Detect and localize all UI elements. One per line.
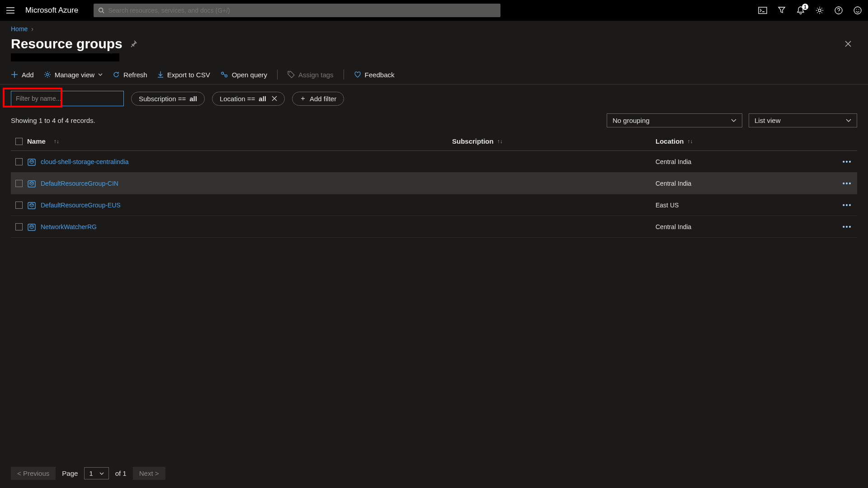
sort-icon: ↑↓ (54, 138, 59, 145)
add-filter-button[interactable]: Add filter (292, 92, 344, 106)
records-row: Showing 1 to 4 of 4 records. No grouping… (0, 111, 868, 132)
gear-icon (44, 71, 51, 78)
resource-group-icon (27, 157, 36, 166)
row-checkbox[interactable] (15, 158, 23, 165)
svg-point-5 (856, 9, 857, 10)
row-checkbox[interactable] (15, 223, 23, 230)
remove-filter-icon[interactable] (272, 96, 277, 101)
command-bar: Add Manage view Refresh Export to CSV Op… (0, 66, 868, 84)
heart-icon (354, 71, 361, 78)
resource-group-icon (27, 222, 36, 231)
select-all-checkbox[interactable] (15, 138, 23, 145)
row-name-link[interactable]: NetworkWatcherRG (41, 223, 97, 230)
row-more-menu[interactable]: ••• (843, 223, 852, 230)
filter-chip-location[interactable]: Location == all (212, 92, 285, 106)
svg-point-6 (859, 9, 859, 10)
export-csv-label: Export to CSV (167, 71, 210, 79)
row-location: Central India (656, 158, 691, 165)
refresh-label: Refresh (123, 71, 147, 79)
refresh-icon (113, 71, 120, 78)
row-location: Central India (656, 223, 691, 230)
assign-tags-label: Assign tags (298, 71, 334, 79)
breadcrumb: Home › (0, 21, 868, 34)
search-icon (98, 7, 104, 14)
chip-value: all (189, 95, 197, 103)
row-name-link[interactable]: DefaultResourceGroup-EUS (41, 202, 121, 209)
feedback-smiley-icon[interactable] (853, 5, 863, 15)
close-icon[interactable] (844, 40, 852, 47)
help-icon[interactable] (834, 5, 844, 15)
manage-view-button[interactable]: Manage view (44, 71, 103, 79)
cloud-shell-icon[interactable] (758, 5, 768, 15)
row-checkbox[interactable] (15, 180, 23, 187)
chip-label: Subscription == (139, 95, 186, 103)
open-query-button[interactable]: Open query (220, 71, 267, 79)
notification-badge: 1 (802, 4, 808, 10)
records-count: Showing 1 to 4 of 4 records. (11, 117, 95, 124)
add-filter-label: Add filter (310, 95, 336, 103)
table-row[interactable]: DefaultResourceGroup-EUS East US ••• (11, 194, 857, 216)
resource-table: Name ↑↓ Subscription ↑↓ Location ↑↓ clou… (0, 132, 868, 238)
toolbar-separator (277, 70, 278, 80)
row-name-link[interactable]: cloud-shell-storage-centralindia (41, 158, 129, 165)
svg-point-7 (46, 74, 48, 76)
add-button[interactable]: Add (11, 71, 34, 79)
row-location: East US (656, 202, 679, 209)
previous-button[interactable]: < Previous (11, 467, 56, 480)
row-location: Central India (656, 180, 691, 187)
column-header-name[interactable]: Name ↑↓ (27, 137, 452, 145)
open-query-label: Open query (232, 71, 267, 79)
search-input[interactable] (108, 7, 496, 14)
chevron-down-icon (98, 73, 103, 76)
export-csv-button[interactable]: Export to CSV (157, 71, 210, 79)
global-search[interactable] (94, 4, 500, 17)
page-value: 1 (89, 469, 93, 477)
manage-view-label: Manage view (55, 71, 94, 79)
breadcrumb-home[interactable]: Home (11, 25, 28, 33)
topbar-icons: 1 (758, 5, 863, 15)
row-checkbox[interactable] (15, 202, 23, 209)
row-more-menu[interactable]: ••• (843, 202, 852, 209)
table-row[interactable]: DefaultResourceGroup-CIN Central India •… (11, 173, 857, 194)
chevron-down-icon (99, 472, 104, 475)
column-header-location[interactable]: Location ↑↓ (656, 137, 837, 145)
hamburger-menu[interactable] (5, 5, 15, 15)
chevron-right-icon: › (31, 25, 33, 33)
view-select[interactable]: List view (749, 113, 857, 127)
sort-icon: ↑↓ (497, 138, 503, 145)
settings-icon[interactable] (815, 5, 825, 15)
annotation-highlight (3, 88, 62, 108)
refresh-button[interactable]: Refresh (113, 71, 147, 79)
next-button[interactable]: Next > (133, 467, 165, 480)
page-label: Page (62, 469, 78, 477)
page-select[interactable]: 1 (84, 467, 108, 479)
filter-chip-subscription[interactable]: Subscription == all (131, 92, 205, 106)
plus-icon (11, 71, 18, 78)
chevron-down-icon (846, 119, 851, 122)
svg-point-10 (289, 72, 290, 73)
row-more-menu[interactable]: ••• (843, 158, 852, 165)
svg-rect-1 (759, 7, 767, 14)
chip-value: all (259, 95, 266, 103)
toolbar-separator (344, 70, 344, 80)
svg-point-2 (818, 9, 821, 12)
filter-plus-icon (300, 95, 306, 102)
tag-icon (288, 71, 295, 78)
view-value: List view (755, 117, 781, 124)
directory-filter-icon[interactable] (777, 5, 787, 15)
table-row[interactable]: NetworkWatcherRG Central India ••• (11, 216, 857, 238)
grouping-select[interactable]: No grouping (607, 113, 742, 127)
notifications-icon[interactable]: 1 (796, 5, 806, 15)
query-icon (220, 71, 228, 78)
svg-point-8 (221, 72, 223, 75)
pin-icon[interactable] (130, 40, 137, 47)
svg-point-9 (225, 75, 227, 77)
top-bar: Microsoft Azure 1 (0, 0, 868, 21)
sort-icon: ↑↓ (688, 138, 693, 145)
svg-point-4 (854, 7, 861, 14)
row-more-menu[interactable]: ••• (843, 180, 852, 187)
row-name-link[interactable]: DefaultResourceGroup-CIN (41, 180, 118, 187)
feedback-button[interactable]: Feedback (354, 71, 395, 79)
table-row[interactable]: cloud-shell-storage-centralindia Central… (11, 151, 857, 173)
column-header-subscription[interactable]: Subscription ↑↓ (452, 137, 656, 145)
